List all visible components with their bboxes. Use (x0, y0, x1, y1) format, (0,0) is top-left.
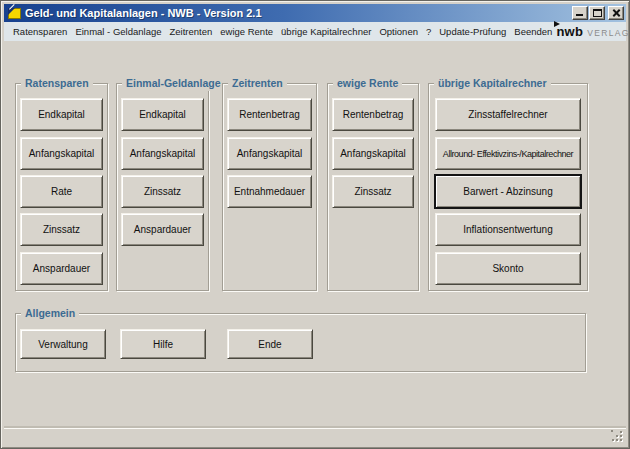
window-controls (572, 6, 624, 20)
titlebar: Geld- und Kapitalanlagen - NWB - Version… (4, 4, 626, 22)
menubar: Ratensparen Einmal - Geldanlage Zeitrent… (4, 22, 626, 41)
zeitrenten-entnahmedauer-button[interactable]: Entnahmedauer (227, 175, 312, 208)
minimize-icon (576, 14, 583, 16)
group-label-zeitrenten: Zeitrenten (228, 76, 287, 91)
group-label-uebrige-kapitalrechner: übrige Kapitalrechner (434, 76, 551, 91)
ewige-rente-anfangskapital-button[interactable]: Anfangskapital (332, 137, 414, 170)
resize-grip[interactable] (611, 430, 624, 443)
inflationsentwertung-button[interactable]: Inflationsentwertung (435, 213, 581, 246)
allround-effektivzins-kapitalrechner-button[interactable]: Allround- Effektivzins-/Kapitalrechner (435, 137, 581, 170)
menu-ratensparen[interactable]: Ratensparen (9, 24, 71, 39)
menu-uebrige-kapitalrechner[interactable]: übrige Kapitalrechner (277, 24, 375, 39)
group-ratensparen: Ratensparen Endkapital Anfangskapital Ra… (15, 83, 108, 291)
menu-einmal-geldanlage[interactable]: Einmal - Geldanlage (71, 24, 165, 39)
close-button[interactable] (608, 6, 624, 20)
menu-beenden[interactable]: Beenden (510, 24, 556, 39)
skonto-button[interactable]: Skonto (435, 252, 581, 285)
maximize-icon (593, 9, 602, 17)
ewige-rente-zinssatz-button[interactable]: Zinssatz (332, 175, 414, 208)
group-uebrige-kapitalrechner: übrige Kapitalrechner Zinsstaffelrechner… (428, 83, 588, 291)
ratensparen-endkapital-button[interactable]: Endkapital (20, 98, 103, 131)
group-label-ratensparen: Ratensparen (21, 76, 93, 91)
einmal-endkapital-button[interactable]: Endkapital (121, 98, 204, 131)
menu-help[interactable]: ? (422, 24, 435, 39)
statusbar (4, 428, 626, 445)
ewige-rente-rentenbetrag-button[interactable]: Rentenbetrag (332, 98, 414, 131)
einmal-zinssatz-button[interactable]: Zinssatz (121, 175, 204, 208)
ratensparen-rate-button[interactable]: Rate (20, 175, 103, 208)
ende-button[interactable]: Ende (227, 329, 313, 359)
einmal-anspardauer-button[interactable]: Anspardauer (121, 213, 204, 246)
barwert-abzinsung-button[interactable]: Barwert - Abzinsung (435, 175, 581, 208)
menu-optionen[interactable]: Optionen (375, 24, 422, 39)
hilfe-button[interactable]: Hilfe (120, 329, 206, 359)
verwaltung-button[interactable]: Verwaltung (20, 329, 106, 359)
group-allgemein: Allgemein Verwaltung Hilfe Ende (15, 313, 586, 372)
group-label-einmal-geldanlage: Einmal-Geldanlage (122, 76, 225, 91)
group-zeitrenten: Zeitrenten Rentenbetrag Anfangskapital E… (222, 83, 317, 291)
group-label-ewige-rente: ewige Rente (333, 76, 402, 91)
menu-update-pruefung[interactable]: Update-Prüfung (435, 24, 510, 39)
zeitrenten-rentenbetrag-button[interactable]: Rentenbetrag (227, 98, 312, 131)
group-ewige-rente: ewige Rente Rentenbetrag Anfangskapital … (327, 83, 419, 291)
ratensparen-anspardauer-button[interactable]: Anspardauer (20, 252, 103, 285)
group-label-allgemein: Allgemein (21, 306, 79, 321)
nwb-arrow-icon (554, 21, 560, 27)
app-window: Geld- und Kapitalanlagen - NWB - Version… (0, 0, 630, 449)
ratensparen-zinssatz-button[interactable]: Zinssatz (20, 213, 103, 246)
minimize-button[interactable] (572, 6, 588, 20)
window-title: Geld- und Kapitalanlagen - NWB - Version… (25, 7, 262, 19)
einmal-anfangskapital-button[interactable]: Anfangskapital (121, 137, 204, 170)
app-icon[interactable] (8, 8, 21, 19)
menu-ewige-rente[interactable]: ewige Rente (216, 24, 277, 39)
nwb-verlag-logo: nwb VERLAG (556, 24, 630, 41)
verlag-logo-text: VERLAG (587, 28, 629, 38)
zinsstaffelrechner-button[interactable]: Zinsstaffelrechner (435, 98, 581, 131)
group-einmal-geldanlage: Einmal-Geldanlage Endkapital Anfangskapi… (116, 83, 209, 291)
ratensparen-anfangskapital-button[interactable]: Anfangskapital (20, 137, 103, 170)
menu-zeitrenten[interactable]: Zeitrenten (165, 24, 216, 39)
zeitrenten-anfangskapital-button[interactable]: Anfangskapital (227, 137, 312, 170)
maximize-button[interactable] (589, 6, 605, 20)
nwb-logo-text: nwb (556, 24, 583, 39)
